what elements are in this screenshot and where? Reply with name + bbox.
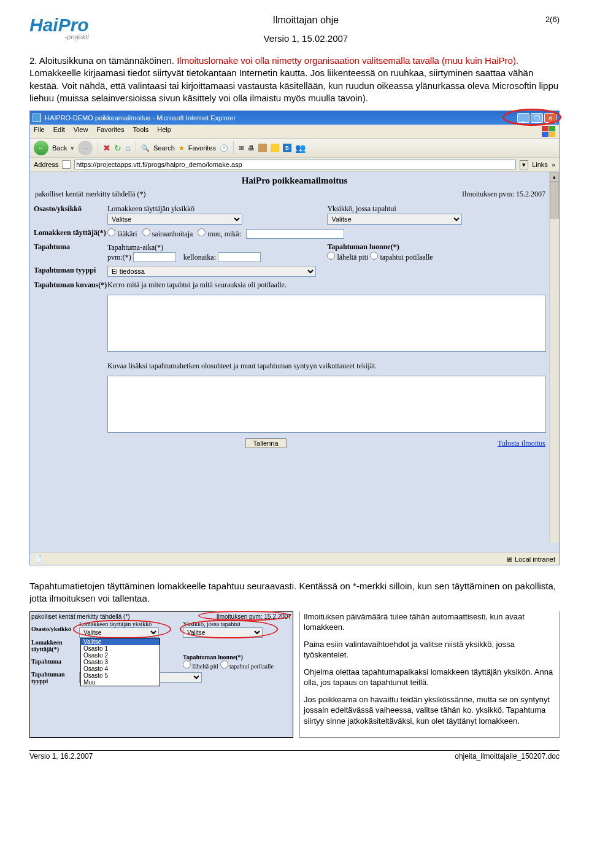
intro-rest: Lomakkeelle kirjaamasi tiedot siirtyvät … <box>29 68 558 103</box>
toolbar-icon-2[interactable] <box>271 144 279 152</box>
tyyppi-label: Tapahtuman tyyppi <box>34 266 107 275</box>
favorites-label: Favorites <box>188 144 216 152</box>
tap-aika-label: Tapahtuma-aika(*) <box>107 243 163 252</box>
section2-paragraph: Tapahtumatietojen täyttäminen lomakkeell… <box>29 580 560 605</box>
back-button[interactable]: ← <box>34 141 48 155</box>
osasto-sub1-label: Lomakkeen täyttäjän yksikkö <box>107 204 194 213</box>
forward-button[interactable]: → <box>78 141 93 155</box>
form-date: Ilmoituksen pvm: 15.2.2007 <box>462 190 545 199</box>
radio-muu[interactable]: muu, mikä: <box>198 228 241 239</box>
dd-item-5[interactable]: Osasto 5 <box>81 672 160 679</box>
ss2-luonne: Tapahtuman luonne(*) <box>183 654 243 661</box>
logo-subtext: -projekti <box>29 33 89 41</box>
section-heading: 2. Aloitusikkuna on tämännäköinen. <box>29 55 174 66</box>
browser-toolbar: ← Back ▾ → ✖ ↻ ⌂ 🔍 Search ★ Favorites 🕐 … <box>30 139 559 158</box>
page-icon <box>62 160 71 169</box>
muu-input[interactable] <box>246 229 344 239</box>
page-version: Versio 1, 15.02.2007 <box>89 33 523 44</box>
back-label: Back <box>52 144 67 152</box>
ss2-sub1: Lomakkeen täyttäjän yksikkö <box>79 621 152 627</box>
kuvaus-textarea-1[interactable] <box>107 295 546 352</box>
menu-help[interactable]: Help <box>157 126 171 137</box>
scroll-thumb[interactable] <box>550 182 559 219</box>
dd-item-1[interactable]: Osasto 1 <box>81 645 160 652</box>
page-status-icon: 📄 <box>34 555 42 563</box>
save-button[interactable]: Tallenna <box>245 438 287 448</box>
radio-sairaanhoitaja[interactable]: sairaanhoitaja <box>142 228 193 239</box>
menu-file[interactable]: File <box>34 126 45 137</box>
tyyppi-select[interactable]: Ei tiedossa <box>107 266 316 277</box>
home-icon[interactable]: ⌂ <box>125 143 130 153</box>
logo-text: HaiPro <box>29 15 89 36</box>
dd-item-0[interactable]: Valitse <box>81 638 160 645</box>
logo: HaiPro -projekti <box>29 15 89 41</box>
menu-view[interactable]: View <box>74 126 88 137</box>
tapahtuma-label: Tapahtuma <box>34 242 107 252</box>
section2-columns: pakolliset kentät merkitty tähdellä (*) … <box>29 611 560 738</box>
ss2-radio-lahelta[interactable] <box>183 661 191 668</box>
toolbar-icon[interactable] <box>258 144 267 152</box>
favorites-icon[interactable]: ★ <box>179 144 185 152</box>
pvm-input[interactable] <box>133 252 176 262</box>
zone-label: Local intranet <box>515 556 555 563</box>
side-p4: Jos poikkeama on havaittu teidän yksikös… <box>304 694 556 727</box>
ss2-sub2: Yksikkö, jossa tapahtui <box>183 621 241 627</box>
app-icon <box>33 114 41 122</box>
links-label[interactable]: Links <box>532 161 548 168</box>
kuvaus2-hint: Kuvaa lisäksi tapahtumahetken olosuhteet… <box>107 362 555 371</box>
stop-icon[interactable]: ✖ <box>103 143 110 153</box>
ss2-tayttaja: Lomakkeen täyttäjä(*) <box>31 639 79 653</box>
browser-statusbar: 📄 Done 🖥 Local intranet <box>30 552 559 565</box>
messenger-icon[interactable]: 👥 <box>295 143 306 153</box>
radio-lahelta[interactable]: läheltä piti <box>327 253 368 262</box>
window-title: HAIPRO-DEMO poikkeamailmoitus - Microsof… <box>45 114 236 122</box>
print-icon[interactable]: 🖶 <box>248 144 255 152</box>
ss2-date: Ilmoituksen pvm: 15.2.2007 <box>217 613 291 620</box>
luonne-label: Tapahtuman luonne(*) <box>327 242 399 251</box>
tayttaja-label: Lomakkeen täyttäjä(*) <box>34 228 107 238</box>
bluetooth-icon[interactable]: B <box>283 144 291 152</box>
dd-item-3[interactable]: Osasto 3 <box>81 659 160 665</box>
side-p1: Ilmoituksen päivämäärä tulee tähän autom… <box>304 611 556 633</box>
dd-item-6[interactable]: Muu <box>81 679 160 686</box>
dropdown-list[interactable]: Valitse Osasto 1 Osasto 2 Osasto 3 Osast… <box>80 638 160 686</box>
ss2-select-1[interactable]: Valitse <box>79 627 159 638</box>
document-header: HaiPro -projekti Ilmoittajan ohje Versio… <box>29 15 560 44</box>
windows-flag-icon <box>542 126 555 137</box>
menu-edit[interactable]: Edit <box>53 126 65 137</box>
close-button[interactable]: ✕ <box>544 113 556 123</box>
osasto-label: Osasto/yksikkö <box>34 204 107 214</box>
kuvaus-textarea-2[interactable] <box>107 376 546 433</box>
required-hint: pakolliset kentät merkitty tähdellä (*) <box>35 190 146 199</box>
osasto-select-2[interactable]: Valitse <box>327 214 462 225</box>
osasto-select-1[interactable]: Valitse <box>107 214 242 225</box>
radio-laakari[interactable]: lääkäri <box>107 228 137 239</box>
ss2-osasto-label: Osasto/yksikkö <box>31 626 79 632</box>
ss2-hint: pakolliset kentät merkitty tähdellä (*) <box>31 613 130 620</box>
search-icon[interactable]: 🔍 <box>141 144 150 152</box>
side-p2: Paina esiin valintavaihtoehdot ja valits… <box>304 639 556 661</box>
menu-tools[interactable]: Tools <box>133 126 149 137</box>
kello-input[interactable] <box>218 252 261 262</box>
address-label: Address <box>34 161 58 168</box>
ss2-radio-potilaalle[interactable] <box>220 661 228 668</box>
page-content: ▴ HaiPro poikkeamailmoitus pakolliset ke… <box>30 172 559 552</box>
mail-icon[interactable]: ✉ <box>239 144 244 152</box>
print-link[interactable]: Tulosta ilmoitus <box>498 439 545 448</box>
maximize-button[interactable]: ❐ <box>531 113 543 123</box>
minimize-button[interactable]: _ <box>517 113 529 123</box>
ss2-tyyppi: Tapahtuman tyyppi <box>31 671 79 684</box>
history-icon[interactable]: 🕐 <box>220 144 228 152</box>
refresh-icon[interactable]: ↻ <box>114 143 121 153</box>
ss2-select-2[interactable]: Valitse <box>183 627 263 638</box>
dd-item-2[interactable]: Osasto 2 <box>81 652 160 659</box>
vertical-scrollbar[interactable]: ▴ <box>549 172 559 543</box>
radio-potilaalle[interactable]: tapahtui potilaalle <box>370 253 433 262</box>
side-explanation: Ilmoituksen päivämäärä tulee tähän autom… <box>299 611 560 738</box>
url-input[interactable] <box>74 160 516 169</box>
scroll-up-icon[interactable]: ▴ <box>550 172 559 182</box>
dd-item-4[interactable]: Osasto 4 <box>81 665 160 672</box>
ss2-tapahtuma: Tapahtuma <box>31 658 79 665</box>
go-dropdown-icon[interactable]: ▾ <box>520 160 528 169</box>
menu-favorites[interactable]: Favorites <box>96 126 124 137</box>
